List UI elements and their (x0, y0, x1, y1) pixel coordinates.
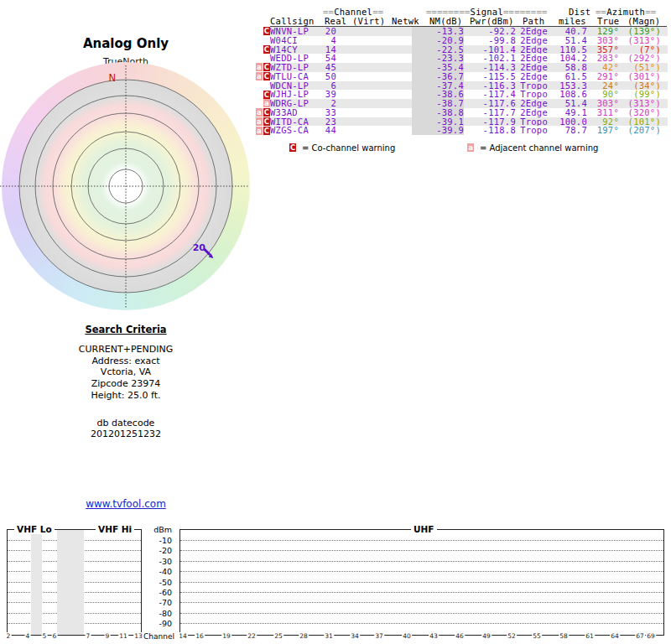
y-tick: -10 (141, 536, 172, 546)
uhf-channel-tick: 16 (195, 632, 205, 640)
adjacent-legend-text: = Adjacent channel warning (480, 143, 598, 153)
search-line-zipcode: Zipcode 23974 (25, 378, 226, 390)
tvfool-report: Analog Only TrueNorth N 20 (0, 0, 671, 644)
search-line-mode: CURRENT+PENDING (25, 344, 226, 356)
station-marker-label: 20 (193, 242, 206, 253)
adjacent-warning-badge: a (256, 117, 263, 126)
footer: www.tvfool.com (0, 495, 252, 511)
table-row[interactable]: aC WTLU-CA50-36.7-115.52Edge61.5291°(301… (256, 72, 671, 81)
table-row[interactable]: W04CI4-20.9-99.82Edge51.4303°(313°) (256, 36, 671, 45)
uhf-channel-tick: 52 (507, 632, 517, 640)
channel-6-shaded-band (57, 530, 84, 635)
power: -118.8 (464, 126, 516, 135)
vhf-panel (7, 529, 142, 636)
station-table: C WNVN-LP20-13.3-92.22Edge40.7129°(139°)… (256, 27, 671, 135)
uhf-channel-tick: 40 (402, 632, 412, 640)
search-line-address: Address: exact (25, 356, 226, 367)
uhf-panel (179, 529, 664, 636)
y-tick: -80 (141, 609, 172, 619)
y-tick: -50 (141, 578, 172, 588)
vhf-channel-tick: 4 (25, 632, 31, 640)
tvfool-link[interactable]: www.tvfool.com (86, 498, 166, 510)
vhf-channel-tick: 13 (133, 632, 143, 640)
radar-overlay: N 20 (0, 0, 252, 319)
azimuth-true: 303° (587, 36, 619, 45)
vhf-hi-label: VHF Hi (96, 524, 134, 534)
uhf-channel-tick: 22 (247, 632, 257, 640)
noise-margin: -39.9 (412, 126, 464, 135)
vhf-channel-tick: 5 (42, 632, 48, 640)
dbm-axis-ticks: -10 -20 -30 -40 -50 -60 -70 -80 -90 (141, 536, 172, 630)
path: 2Edge (516, 108, 548, 117)
real-channel: 50 (322, 72, 336, 81)
noise-margin: -20.9 (412, 36, 464, 45)
table-row[interactable]: aC W33AD33-38.8-117.72Edge49.1311°(320°) (256, 108, 671, 117)
radar-plot: Analog Only TrueNorth N 20 (0, 0, 252, 319)
azimuth-magnetic: (207°) (619, 126, 661, 135)
warning-legend: C = Co-channel warning a = Adjacent chan… (0, 143, 671, 154)
col-virt: (Virt) (352, 16, 385, 26)
warning-badges (256, 54, 270, 63)
callsign: W33AD (270, 108, 322, 117)
uhf-label: UHF (411, 524, 437, 534)
uhf-channel-tick: 34 (350, 632, 360, 640)
uhf-channel-tick: 25 (273, 632, 283, 640)
col-magn: (Magn) (627, 16, 660, 26)
cochannel-warning-badge: C (263, 117, 270, 126)
warning-badges: aC (256, 126, 270, 135)
warning-badges: C (256, 27, 270, 36)
channel-signal-chart: VHF Lo VHF Hi UHF dBm -10 -20 -30 -40 -5… (0, 524, 671, 644)
gridline (180, 571, 663, 572)
uhf-channel-tick: 55 (532, 632, 542, 640)
channel-4-shaded-band (31, 530, 42, 635)
search-line-height: Height: 25.0 ft. (25, 390, 226, 402)
cochannel-warning-badge: C (263, 72, 270, 80)
col-real: Real (325, 16, 346, 26)
uhf-channel-tick: 46 (455, 632, 465, 640)
warning-badges (256, 36, 270, 45)
warning-badges: aC (256, 72, 270, 81)
uhf-channel-tick: 43 (429, 632, 439, 640)
uhf-channel-tick: 28 (299, 632, 309, 640)
search-criteria-title: Search Criteria (25, 324, 226, 335)
warning-badges: aC (256, 108, 270, 117)
uhf-channel-tick: 14 (178, 632, 188, 640)
azimuth-magnetic: (320°) (619, 108, 661, 117)
vhf-channel-tick: 9 (105, 632, 111, 640)
station-marker-ch20: 20 (193, 242, 214, 258)
gridline (180, 602, 663, 603)
warning-badges (256, 81, 270, 91)
col-miles: miles (559, 16, 586, 26)
db-datecode: db datecode 201201251232 (25, 418, 226, 440)
cochannel-warning-badge: C (263, 127, 270, 135)
azimuth-magnetic: (301°) (619, 72, 661, 81)
noise-margin: -38.8 (412, 108, 464, 117)
callsign: WTLU-CA (270, 72, 322, 81)
uhf-channel-tick: 37 (374, 632, 384, 640)
uhf-channel-tick: 31 (324, 632, 334, 640)
gridline (180, 561, 663, 562)
power: -99.8 (464, 36, 516, 45)
real-channel: 44 (322, 126, 336, 135)
gridline (180, 540, 663, 541)
uhf-channel-tick: 19 (221, 632, 231, 640)
warning-badges: aC (256, 63, 270, 72)
gridline (180, 592, 663, 593)
warning-badges: a (256, 99, 270, 108)
y-tick: -60 (141, 588, 172, 598)
cochannel-warning-badge: C (263, 91, 270, 99)
search-line-city: Vctoria, VA (25, 366, 226, 378)
north-marker: N (108, 72, 116, 84)
cochannel-warning-badge: C (263, 27, 270, 35)
vhf-channel-tick: 11 (118, 632, 128, 640)
callsign: WZGS-CA (270, 126, 322, 135)
col-path: Path (523, 16, 544, 26)
distance-miles: 78.7 (548, 126, 587, 135)
col-nm: NM(dB) (429, 16, 462, 26)
distance-miles: 49.1 (548, 108, 587, 117)
table-row[interactable]: aC WZGS-CA44-39.9-118.8Tropo78.7197°(207… (256, 126, 671, 135)
gridline (180, 582, 663, 583)
vhf-channel-tick: 2 (6, 632, 12, 640)
db-datecode-label: db datecode (25, 418, 226, 429)
col-pwr: Pwr(dBm) (470, 16, 514, 26)
